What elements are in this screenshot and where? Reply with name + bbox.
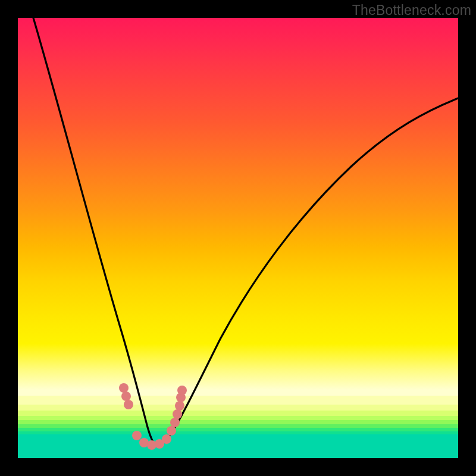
- svg-point-2: [124, 400, 133, 409]
- svg-point-8: [167, 426, 176, 436]
- svg-point-11: [175, 401, 184, 411]
- svg-point-7: [162, 434, 171, 444]
- svg-point-13: [177, 386, 187, 395]
- bottleneck-curve: [33, 18, 458, 445]
- svg-point-1: [121, 392, 131, 401]
- svg-point-3: [132, 431, 142, 440]
- watermark-text: TheBottleneck.com: [352, 2, 471, 18]
- svg-point-9: [170, 418, 180, 427]
- chart-overlay: [18, 18, 458, 458]
- svg-point-0: [119, 383, 129, 393]
- svg-point-10: [173, 409, 182, 419]
- chart-frame: TheBottleneck.com: [0, 0, 476, 476]
